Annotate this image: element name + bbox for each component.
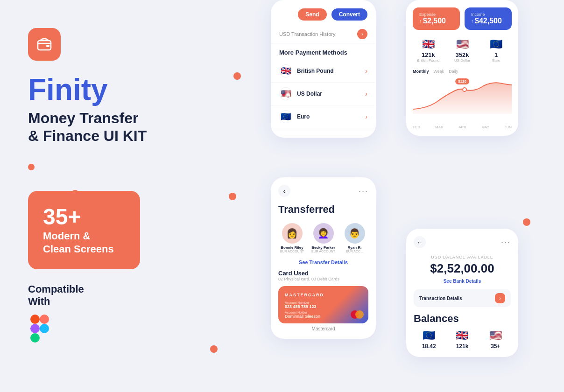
decorative-dot-3 xyxy=(210,345,218,353)
currency-eur-analytics: 🇪🇺 1 Euro xyxy=(480,38,512,63)
decorative-dot-4 xyxy=(71,190,79,197)
payment-methods-card: Send Convert USD Transaction History › M… xyxy=(271,0,376,138)
txn-history-arrow[interactable]: › xyxy=(357,29,367,39)
expense-label: Expense xyxy=(419,12,453,17)
txn-history-label: USD Transaction History xyxy=(279,31,335,37)
payment-item-left-gbp: 🇬🇧 British Pound xyxy=(279,64,334,77)
see-transfer-details-link[interactable]: See Transfer Details xyxy=(278,259,368,265)
send-button[interactable]: Send xyxy=(298,8,326,21)
currency-usd-amount: 352k xyxy=(456,51,469,58)
balance-eur-flag: 🇪🇺 xyxy=(423,329,435,342)
payment-item-usd[interactable]: 🇺🇸 US Dollar › xyxy=(271,83,376,105)
avatars-row: 👩 Bonnie Riley EUR ACCOUNT 👩‍🦱 Becky Par… xyxy=(278,223,368,253)
payment-card-header: Send Convert xyxy=(271,0,376,25)
decorative-dot-1 xyxy=(233,72,241,80)
eur-chevron: › xyxy=(365,113,367,120)
gbp-flag: 🇬🇧 xyxy=(279,64,292,77)
mc-circle-right xyxy=(355,310,364,319)
avatar-becky-img: 👩‍🦱 xyxy=(313,223,334,244)
txn-details-row: Transaction Details › xyxy=(414,289,511,307)
decorative-dot-2 xyxy=(229,193,236,200)
more-payment-title: More Payment Methods xyxy=(271,43,376,60)
balance-gbp-flag: 🇬🇧 xyxy=(456,329,468,342)
see-bank-link[interactable]: See Bank Details xyxy=(414,279,511,284)
payment-item-left-usd: 🇺🇸 US Dollar xyxy=(279,87,322,100)
count-number: 35+ xyxy=(43,204,125,230)
card-used-title: Card Used xyxy=(278,270,368,277)
avatar-becky-name: Becky Parker xyxy=(311,245,335,250)
balance-eur-amount: 18.42 xyxy=(422,343,436,350)
expense-box: Expense ↑ $2,500 xyxy=(413,7,460,30)
usd-flag: 🇺🇸 xyxy=(279,87,292,100)
decorative-dot-5 xyxy=(523,218,530,226)
currency-eur-analytics-flag: 🇪🇺 xyxy=(490,38,502,50)
balances-back-button[interactable]: ← xyxy=(414,236,426,248)
currency-row: 🇬🇧 121k British Pound 🇺🇸 352k US Dollar … xyxy=(406,35,518,66)
tab-monthly[interactable]: Monthly xyxy=(413,69,429,74)
avatar-becky-account: EUR ACCOUNT xyxy=(311,250,335,253)
income-label: Income xyxy=(471,12,505,17)
brand-subtitle: Money Transfer & Finance UI KIT xyxy=(28,109,238,145)
currency-gbp-flag: 🇬🇧 xyxy=(422,38,435,50)
txn-details-arrow[interactable]: › xyxy=(495,293,505,303)
currency-eur-analytics-name: Euro xyxy=(492,58,500,63)
currency-usd-flag: 🇺🇸 xyxy=(456,38,469,50)
balance-gbp: 🇬🇧 121k xyxy=(447,329,477,350)
more-options-icon[interactable]: ··· xyxy=(359,186,368,196)
chart-area: $120 xyxy=(413,77,512,123)
eur-flag: 🇪🇺 xyxy=(279,110,292,123)
chart-months: FEB MAR APR MAY JUN xyxy=(406,123,518,131)
income-box: Income ↑ $42,500 xyxy=(465,7,512,30)
expense-value: $2,500 xyxy=(423,17,446,25)
usd-balance-label: USD BALANCE AVAILABLE xyxy=(414,255,511,259)
tab-daily[interactable]: Daily xyxy=(449,69,458,74)
currency-gbp-amount: 121k xyxy=(422,51,435,58)
currency-usd-name: US Dollar xyxy=(454,58,470,63)
expense-arrow-icon: ↑ xyxy=(419,19,422,24)
accent-dot xyxy=(28,164,35,170)
transfer-card: ‹ ··· Transferred 👩 Bonnie Riley EUR ACC… xyxy=(271,177,376,339)
avatar-ryan-account: EUR ACC... xyxy=(346,250,363,253)
currency-gbp: 🇬🇧 121k British Pound xyxy=(413,38,444,63)
svg-rect-4 xyxy=(30,324,40,333)
balances-row: 🇪🇺 18.42 🇬🇧 121k 🇺🇸 35+ xyxy=(414,329,511,350)
analytics-top: Expense ↑ $2,500 Income ↑ $42,500 xyxy=(406,0,518,35)
svg-rect-2 xyxy=(30,315,40,324)
month-mar: MAR xyxy=(435,125,444,129)
svg-rect-1 xyxy=(46,45,49,47)
avatar-bonnie: 👩 Bonnie Riley EUR ACCOUNT xyxy=(278,223,306,253)
mastercard-label: Mastercard xyxy=(278,326,368,331)
month-may: MAY xyxy=(481,125,489,129)
wallet-icon xyxy=(36,36,53,53)
mastercard-card: MASTERCARD Account Number 023 456 789 12… xyxy=(278,286,368,323)
period-tabs: Monthly Week Daily xyxy=(406,66,518,77)
convert-button[interactable]: Convert xyxy=(331,8,367,21)
figma-icon xyxy=(28,315,51,343)
month-jun: JUN xyxy=(504,125,512,129)
payment-item-gbp[interactable]: 🇬🇧 British Pound › xyxy=(271,60,376,83)
balance-usd-amount: 35+ xyxy=(491,343,500,350)
mc-circles xyxy=(351,310,364,319)
balances-card-nav: ← ··· xyxy=(414,236,511,248)
svg-rect-3 xyxy=(40,315,49,324)
avatar-ryan: 👨 Ryan R. EUR ACC... xyxy=(341,223,368,253)
avatar-bonnie-img: 👩 xyxy=(282,223,303,244)
month-feb: FEB xyxy=(413,125,420,129)
mc-brand: MASTERCARD xyxy=(285,293,362,297)
usd-balance-amount: $2,52,00.00 xyxy=(414,261,511,276)
card-used-sub: 02 Physical card, 03 Debit Cards xyxy=(278,277,368,281)
avatar-bonnie-name: Bonnie Riley xyxy=(281,245,303,250)
txn-history-row: USD Transaction History › xyxy=(271,25,376,43)
currency-gbp-name: British Pound xyxy=(417,58,440,63)
tab-week[interactable]: Week xyxy=(434,69,444,74)
svg-rect-6 xyxy=(30,333,40,343)
usd-name: US Dollar xyxy=(297,91,322,97)
gbp-chevron: › xyxy=(365,67,367,75)
income-arrow-icon: ↑ xyxy=(471,19,473,24)
payment-item-left-eur: 🇪🇺 Euro xyxy=(279,110,310,123)
back-button[interactable]: ‹ xyxy=(278,185,290,197)
payment-item-eur[interactable]: 🇪🇺 Euro › xyxy=(271,105,376,128)
txn-details-label: Transaction Details xyxy=(419,296,462,301)
avatar-ryan-img: 👨 xyxy=(345,223,365,244)
balances-more-icon[interactable]: ··· xyxy=(501,238,511,247)
